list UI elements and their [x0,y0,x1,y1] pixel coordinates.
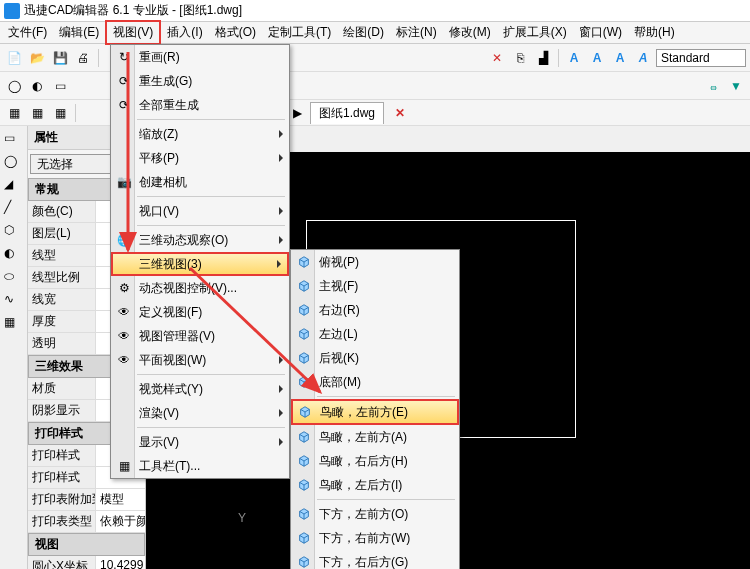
menu-item[interactable]: 后视(K) [291,346,459,370]
property-value[interactable]: 10.4299 [96,556,145,569]
menu-item-label: 显示(V) [139,434,179,451]
menu-item[interactable]: 鸟瞰，右后方(H) [291,449,459,473]
menu-item[interactable]: 鸟瞰，左前方(A) [291,425,459,449]
open-icon[interactable]: 📂 [27,48,47,68]
layer-icon[interactable]: ▦ [4,103,24,123]
menu-item-label: 平移(P) [139,150,179,167]
menu-item[interactable]: 下方，右后方(G) [291,550,459,569]
tool-icon[interactable]: ◐ [3,245,23,265]
menu-help[interactable]: 帮助(H) [628,22,681,43]
delete-icon[interactable]: ✕ [487,48,507,68]
menu-item[interactable]: 底部(M) [291,370,459,394]
menu-item[interactable]: 左边(L) [291,322,459,346]
menu-item[interactable]: ⟳全部重生成 [111,93,289,117]
menu-item[interactable]: 👁视图管理器(V) [111,324,289,348]
menu-item[interactable]: 显示(V) [111,430,289,454]
menu-edit[interactable]: 编辑(E) [53,22,105,43]
menu-item[interactable]: 👁平面视图(W) [111,348,289,372]
menu-item[interactable]: 视觉样式(Y) [111,377,289,401]
separator [558,49,559,67]
menu-item[interactable]: ▦工具栏(T)... [111,454,289,478]
tool-icon[interactable]: ╱ [3,199,23,219]
menu-window[interactable]: 窗口(W) [573,22,628,43]
menu-item[interactable]: 视口(V) [111,199,289,223]
property-label: 打印样式 [28,445,96,466]
text-a-icon[interactable]: A [610,48,630,68]
menu-format[interactable]: 格式(O) [209,22,262,43]
property-row[interactable]: 打印表附加到模型 [28,489,145,511]
text-style-input[interactable] [656,49,746,67]
menu-item[interactable]: ⚙动态视图控制(V)... [111,276,289,300]
funnel-icon[interactable]: ▼ [726,76,746,96]
menu-item[interactable]: 缩放(Z) [111,122,289,146]
property-row[interactable]: 圆心X坐标10.4299 [28,556,145,569]
menu-item[interactable]: 鸟瞰，左前方(E) [291,399,459,425]
menu-item[interactable]: 渲染(V) [111,401,289,425]
mirror-icon[interactable]: ▟ [533,48,553,68]
tool-icon[interactable]: ▭ [50,76,70,96]
menu-separator [317,499,455,500]
menu-item[interactable]: 下方，右前方(W) [291,526,459,550]
menu-item-label: 鸟瞰，左前方(E) [320,404,408,421]
save-icon[interactable]: 💾 [50,48,70,68]
section-view[interactable]: 视图 [28,533,145,556]
filter-icon[interactable]: ⏛ [703,76,723,96]
tool-icon[interactable]: ◯ [4,76,24,96]
text-ai-icon[interactable]: A [633,48,653,68]
tool-icon[interactable]: ∿ [3,291,23,311]
menu-draw[interactable]: 绘图(D) [337,22,390,43]
menu-item[interactable]: 右边(R) [291,298,459,322]
menu-item[interactable]: 三维视图(3) [111,252,289,276]
menu-item-label: 动态视图控制(V)... [139,280,237,297]
menu-dimension[interactable]: 标注(N) [390,22,443,43]
cube-icon [295,301,313,319]
menu-item[interactable]: 俯视(P) [291,250,459,274]
menu-item[interactable]: 下方，左前方(O) [291,502,459,526]
tool-icon[interactable]: ⬡ [3,222,23,242]
menu-item[interactable]: ↻重画(R) [111,45,289,69]
text-a-icon[interactable]: A [587,48,607,68]
tool-icon[interactable]: ▦ [3,314,23,334]
menu-custom-tools[interactable]: 定制工具(T) [262,22,337,43]
menu-extend-tools[interactable]: 扩展工具(X) [497,22,573,43]
print-icon[interactable]: 🖨 [73,48,93,68]
cube-icon [295,505,313,523]
menu-item[interactable]: 鸟瞰，左后方(I) [291,473,459,497]
menu-view[interactable]: 视图(V) [105,20,161,45]
tool-icon[interactable]: ▭ [3,130,23,150]
file-tab-label: 图纸1.dwg [319,106,375,120]
copy-icon[interactable]: ⎘ [510,48,530,68]
tool-icon[interactable]: ◢ [3,176,23,196]
close-tab-icon[interactable]: ✕ [393,106,407,120]
tool-icon[interactable]: ◐ [27,76,47,96]
redraw-icon: ↻ [115,48,133,66]
menu-separator [137,119,285,120]
eye-icon: 👁 [115,303,133,321]
menu-item[interactable]: 📷创建相机 [111,170,289,194]
property-label: 线型比例 [28,267,96,288]
menu-item[interactable]: 平移(P) [111,146,289,170]
tool-icon[interactable]: ◯ [3,153,23,173]
menu-file[interactable]: 文件(F) [2,22,53,43]
tab-nav-icon[interactable]: ▶ [287,103,307,123]
text-a-icon[interactable]: A [564,48,584,68]
toolbar-icon: ▦ [115,457,133,475]
property-label: 材质 [28,378,96,399]
menu-item-label: 三维动态观察(O) [139,232,228,249]
layer-icon[interactable]: ▦ [27,103,47,123]
tool-icon[interactable]: ⬭ [3,268,23,288]
file-tab[interactable]: 图纸1.dwg [310,102,384,124]
new-icon[interactable]: 📄 [4,48,24,68]
menu-item[interactable]: 🌐三维动态观察(O) [111,228,289,252]
menu-item[interactable]: ⟳重生成(G) [111,69,289,93]
menu-item[interactable]: 主视(F) [291,274,459,298]
menu-item[interactable]: 👁定义视图(F) [111,300,289,324]
property-row[interactable]: 打印表类型依赖于颜... [28,511,145,533]
menu-separator [137,427,285,428]
property-label: 打印表附加到 [28,489,96,510]
property-value[interactable]: 依赖于颜... [96,511,145,532]
layer-icon[interactable]: ▦ [50,103,70,123]
menu-insert[interactable]: 插入(I) [161,22,208,43]
menu-modify[interactable]: 修改(M) [443,22,497,43]
property-value[interactable]: 模型 [96,489,145,510]
